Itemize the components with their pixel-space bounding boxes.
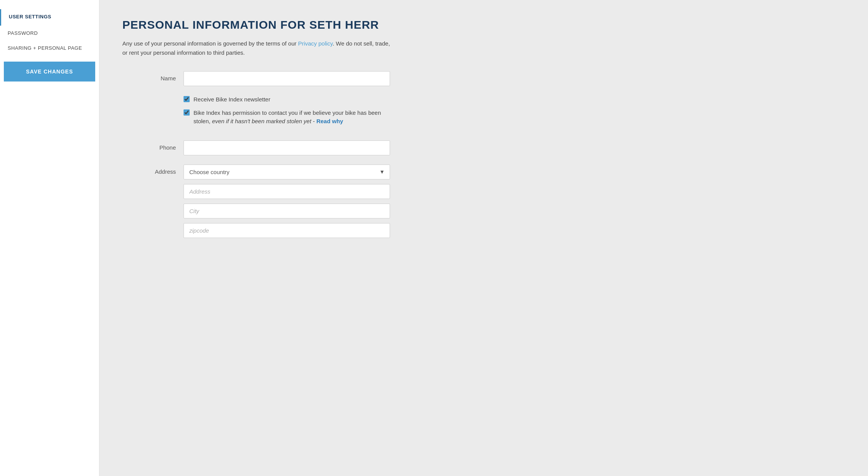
zipcode-input[interactable] [184,223,390,238]
phone-controls [184,140,390,155]
contact-text-part2: - [311,118,316,124]
sidebar-title: USER SETTINGS [0,9,99,26]
sidebar: USER SETTINGS PASSWORD SHARING + PERSONA… [0,0,99,476]
save-changes-button[interactable]: SAVE CHANGES [4,62,95,82]
phone-label: Phone [122,140,184,151]
sidebar-item-password[interactable]: PASSWORD [0,26,99,41]
personal-info-form: Name Receive Bike Index newsletter Bike … [122,71,390,238]
contact-text-italic: even if it hasn't been marked stolen yet [212,118,311,124]
read-why-link[interactable]: Read why [316,118,343,124]
contact-label[interactable]: Bike Index has permission to contact you… [193,109,390,126]
address-controls: Choose country ▼ [184,165,390,238]
name-controls [184,71,390,86]
newsletter-checkbox-row: Receive Bike Index newsletter [184,95,390,104]
privacy-text-before: Any use of your personal information is … [122,40,298,47]
page-title: PERSONAL INFORMATION FOR SETH HERR [122,18,845,31]
checkboxes-controls: Receive Bike Index newsletter Bike Index… [184,95,390,131]
address-row: Address Choose country ▼ [122,165,390,238]
phone-input[interactable] [184,140,390,155]
address-label: Address [122,165,184,175]
newsletter-checkbox[interactable] [184,96,190,102]
address-input[interactable] [184,184,390,199]
newsletter-label[interactable]: Receive Bike Index newsletter [193,95,270,104]
sidebar-nav: PASSWORD SHARING + PERSONAL PAGE [0,26,99,55]
name-label: Name [122,71,184,82]
country-select-wrapper: Choose country ▼ [184,165,390,179]
city-input[interactable] [184,204,390,218]
sidebar-item-sharing[interactable]: SHARING + PERSONAL PAGE [0,41,99,55]
phone-row: Phone [122,140,390,155]
contact-checkbox[interactable] [184,109,190,116]
privacy-notice: Any use of your personal information is … [122,39,390,57]
contact-checkbox-row: Bike Index has permission to contact you… [184,109,390,126]
name-input[interactable] [184,71,390,86]
privacy-policy-link[interactable]: Privacy policy [298,40,333,47]
checkboxes-row: Receive Bike Index newsletter Bike Index… [122,95,390,131]
main-content: PERSONAL INFORMATION FOR SETH HERR Any u… [99,0,868,476]
country-select[interactable]: Choose country [184,165,390,179]
name-row: Name [122,71,390,86]
